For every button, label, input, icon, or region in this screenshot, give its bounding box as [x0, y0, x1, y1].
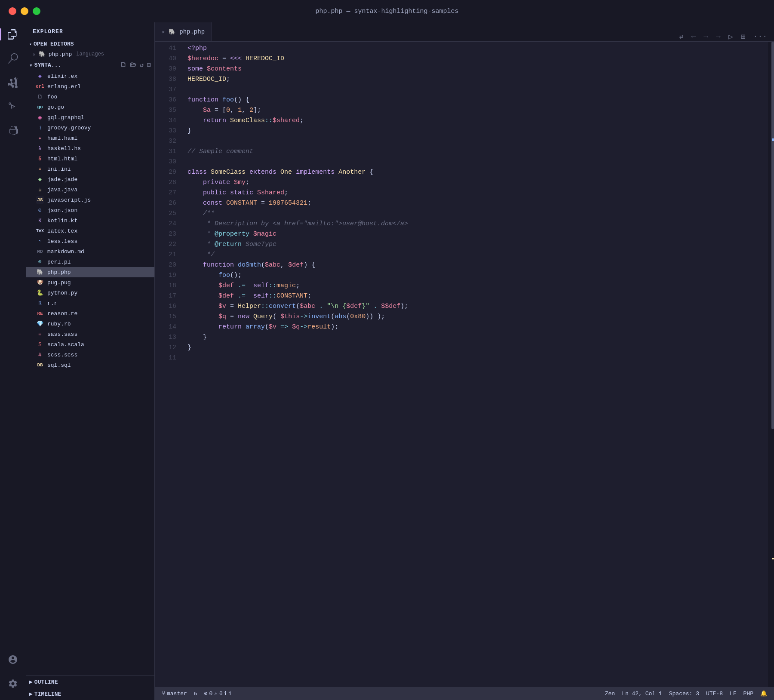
open-editors-header[interactable]: ▾ OPEN EDITORS: [26, 39, 154, 49]
status-bar-left: ⑂ master ↻ ⊗ 0 ⚠ 0 ℹ 1: [162, 690, 232, 697]
file-item-python[interactable]: 🐍 python.py: [26, 288, 154, 298]
code-content[interactable]: <?php $heredoc = <<< HEREDOC_ID some $co…: [181, 42, 768, 687]
activity-run[interactable]: [5, 99, 21, 114]
code-line-16: $v = Helper::convert($abc . "\n {$def}" …: [181, 301, 768, 312]
split-editor-icon[interactable]: ⇄: [679, 32, 684, 41]
file-item-php[interactable]: 🐘 php.php: [26, 267, 154, 277]
notifications-status[interactable]: 🔔: [760, 690, 767, 697]
file-name: groovy.groovy: [47, 125, 91, 131]
position-status[interactable]: Ln 42, Col 1: [622, 691, 662, 697]
eol-status[interactable]: LF: [730, 691, 737, 697]
more-actions-icon[interactable]: ···: [753, 32, 767, 41]
encoding-status[interactable]: UTF-8: [706, 691, 723, 697]
language-status[interactable]: PHP: [743, 691, 753, 697]
refresh-icon[interactable]: ↺: [140, 61, 144, 69]
file-item-js[interactable]: JS javascript.js: [26, 195, 154, 205]
file-item-sql[interactable]: DB sql.sql: [26, 360, 154, 370]
minimap-scrollbar[interactable]: [768, 42, 774, 687]
file-item-jade[interactable]: ◆ jade.jade: [26, 174, 154, 184]
file-item-ini[interactable]: ≡ ini.ini: [26, 164, 154, 174]
file-item-elixir[interactable]: ◈ elixir.ex: [26, 71, 154, 81]
json-icon: ⊙: [36, 206, 44, 214]
open-editors-label: OPEN EDITORS: [34, 41, 74, 47]
file-item-pug[interactable]: 🐶 pug.pug: [26, 277, 154, 288]
activity-extensions[interactable]: [5, 123, 21, 138]
less-icon: ~: [36, 237, 44, 245]
outline-label: OUTLINE: [34, 679, 58, 685]
scroll-marker-yellow: [772, 558, 774, 559]
sync-icon-status[interactable]: ↻: [194, 690, 197, 697]
file-item-erlang[interactable]: erl erlang.erl: [26, 81, 154, 92]
collapse-icon[interactable]: ⊟: [147, 61, 151, 69]
file-item-foo[interactable]: 🗋 foo: [26, 92, 154, 102]
new-folder-icon[interactable]: 🗁: [130, 61, 136, 69]
open-editor-php[interactable]: ✕ 🐘 php.php languages: [26, 49, 154, 59]
close-icon: ✕: [33, 52, 36, 57]
errors-status[interactable]: ⊗ 0 ⚠ 0 ℹ 1: [204, 690, 232, 697]
file-item-java[interactable]: ☕ java.java: [26, 184, 154, 195]
file-item-less[interactable]: ~ less.less: [26, 236, 154, 246]
default-icon: 🗋: [36, 93, 44, 101]
file-name: scala.scala: [47, 341, 84, 348]
git-branch-status[interactable]: ⑂ master: [162, 690, 187, 697]
file-name: haml.haml: [47, 135, 77, 141]
tab-bar-right: ⇄ ← → → ▷ ⊞ ···: [673, 32, 774, 41]
haml-icon: ✦: [36, 134, 44, 142]
activity-explorer[interactable]: [5, 27, 21, 42]
zen-mode-status[interactable]: Zen: [605, 691, 615, 697]
maximize-button[interactable]: [33, 7, 40, 15]
file-item-haml[interactable]: ✦ haml.haml: [26, 133, 154, 143]
syntax-label: SYNTA...: [34, 62, 61, 68]
activity-account[interactable]: [5, 652, 21, 667]
file-item-kotlin[interactable]: K kotlin.kt: [26, 215, 154, 226]
run-icon[interactable]: ▷: [728, 32, 733, 41]
syntax-section-header[interactable]: ▾ SYNTA... 🗋 🗁 ↺ ⊟: [26, 59, 154, 71]
sidebar-bottom: ▶ OUTLINE ▶ TIMELINE: [26, 675, 154, 700]
activity-settings[interactable]: [5, 676, 21, 691]
activity-source-control[interactable]: [5, 75, 21, 90]
file-name: gql.graphql: [47, 114, 84, 121]
go-back-icon[interactable]: ←: [691, 32, 696, 41]
perl-icon: ⊛: [36, 258, 44, 266]
file-item-html[interactable]: 5 html.html: [26, 154, 154, 164]
file-item-graphql[interactable]: ◉ gql.graphql: [26, 112, 154, 123]
file-item-latex[interactable]: TeX latex.tex: [26, 226, 154, 236]
file-name: haskell.hs: [47, 145, 81, 152]
graphql-icon: ◉: [36, 114, 44, 121]
new-file-icon[interactable]: 🗋: [120, 61, 126, 69]
file-item-go[interactable]: go go.go: [26, 102, 154, 112]
file-item-haskell[interactable]: λ haskell.hs: [26, 143, 154, 154]
file-name: foo: [47, 94, 57, 100]
go-forward-icon[interactable]: →: [703, 32, 708, 41]
elixir-icon: ◈: [36, 72, 44, 80]
file-item-markdown[interactable]: MD markdown.md: [26, 246, 154, 257]
pug-icon: 🐶: [36, 279, 44, 286]
file-item-json[interactable]: ⊙ json.json: [26, 205, 154, 215]
file-item-scss[interactable]: # scss.scss: [26, 350, 154, 360]
timeline-header[interactable]: ▶ TIMELINE: [26, 688, 154, 700]
r-icon: R: [36, 299, 44, 307]
go-forward2-icon[interactable]: →: [716, 32, 721, 41]
close-button[interactable]: [9, 7, 16, 15]
code-line-39: some $contents: [181, 64, 768, 74]
split-view-icon[interactable]: ⊞: [741, 32, 746, 41]
go-icon: go: [36, 103, 44, 111]
file-name: java.java: [47, 187, 77, 193]
file-item-reason[interactable]: RE reason.re: [26, 308, 154, 319]
file-item-sass[interactable]: ≡ sass.sass: [26, 329, 154, 339]
file-item-ruby[interactable]: 💎 ruby.rb: [26, 319, 154, 329]
tab-php[interactable]: ✕ 🐘 php.php: [155, 22, 212, 41]
info-count: 1: [228, 691, 232, 697]
file-item-perl[interactable]: ⊛ perl.pl: [26, 257, 154, 267]
minimize-button[interactable]: [21, 7, 28, 15]
file-name: go.go: [47, 104, 64, 111]
file-item-r[interactable]: R r.r: [26, 298, 154, 308]
outline-header[interactable]: ▶ OUTLINE: [26, 676, 154, 688]
file-name: pug.pug: [47, 279, 71, 286]
tab-close[interactable]: ✕: [162, 29, 165, 35]
indentation-status[interactable]: Spaces: 3: [669, 691, 699, 697]
file-item-groovy[interactable]: ⌇ groovy.groovy: [26, 123, 154, 133]
code-line-19: foo();: [181, 270, 768, 281]
activity-search[interactable]: [5, 51, 21, 66]
file-item-scala[interactable]: S scala.scala: [26, 339, 154, 350]
